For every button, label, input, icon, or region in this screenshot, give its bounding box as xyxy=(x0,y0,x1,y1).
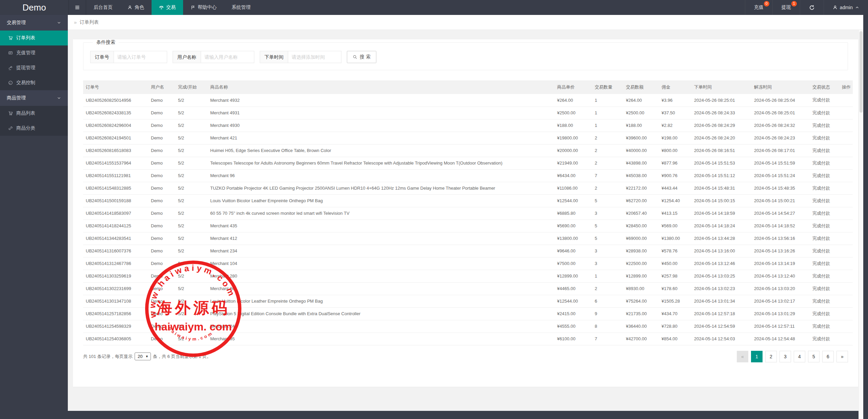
username-input[interactable] xyxy=(201,51,254,63)
pagination-page-2[interactable]: 2 xyxy=(765,351,777,362)
cell-product-name: Merchant 4931 xyxy=(208,107,554,119)
cell-commission: ¥1505.28 xyxy=(659,295,691,307)
gauge-icon xyxy=(8,80,13,85)
pagination-page-6[interactable]: 6 xyxy=(822,351,834,362)
search-button[interactable]: 搜 索 xyxy=(347,51,376,63)
cell-order-no: UB2405260824296004 xyxy=(83,119,148,132)
cell-amount: ¥28938.00 xyxy=(623,245,659,257)
cell-commission: ¥257.98 xyxy=(659,270,691,282)
cell-action xyxy=(839,182,853,194)
sidebar-item-order-list[interactable]: 订单列表 xyxy=(0,31,68,45)
cell-status: 完成付款 xyxy=(810,182,839,194)
cell-username: Demo xyxy=(148,207,175,220)
pagination: «123456» xyxy=(737,351,848,362)
user-name: admin xyxy=(840,5,853,10)
cell-username: Demo xyxy=(148,182,175,194)
recharge-button[interactable]: 充值 0 xyxy=(745,0,772,15)
cell-amount: ¥75264.00 xyxy=(623,295,659,307)
sidebar-item-trade-control[interactable]: 交易控制 xyxy=(0,75,68,90)
cell-product-name: Merchant 280 xyxy=(208,270,554,282)
nav-roles[interactable]: 角色 xyxy=(120,0,152,15)
scrollbar-thumb[interactable] xyxy=(860,31,863,113)
cell-product-name: Merchant 4930 xyxy=(208,119,554,132)
cell-status: 完成付款 xyxy=(810,245,839,257)
cell-ratio: 5/2 xyxy=(175,182,208,194)
records-summary-prefix: 共 101 条记录，每页显示 xyxy=(83,354,133,360)
cell-username: Demo xyxy=(148,132,175,144)
refresh-icon xyxy=(809,5,815,11)
cell-unfreeze-time: 2024-05-14 13:01:29 xyxy=(751,307,810,320)
pagination-next[interactable]: » xyxy=(836,351,848,362)
table-row: UB2405141548312885Demo5/2TUZKO Portable … xyxy=(83,182,853,194)
cell-status: 完成付款 xyxy=(810,194,839,207)
sidebar-item-product-category[interactable]: 商品分类 xyxy=(0,121,68,136)
cell-ratio: 5/2 xyxy=(175,282,208,295)
sidebar-item-withdraw-mgmt[interactable]: 提现管理 xyxy=(0,60,68,75)
nav-help-center[interactable]: 帮助中心 xyxy=(183,0,224,15)
pagination-page-1[interactable]: 1 xyxy=(751,351,763,362)
col-product-name: 商品名称 xyxy=(208,80,554,94)
pagination-prev[interactable]: « xyxy=(737,351,748,362)
cell-ratio: 5/2 xyxy=(175,194,208,207)
cell-amount: ¥21735.00 xyxy=(623,307,659,320)
pagination-page-3[interactable]: 3 xyxy=(780,351,791,362)
sidebar-section-products[interactable]: 商品管理 xyxy=(0,90,68,106)
pagination-page-4[interactable]: 4 xyxy=(794,351,805,362)
gavel-icon xyxy=(8,65,13,70)
app-logo: Demo xyxy=(0,0,68,15)
cell-unit-price: ¥21949.00 xyxy=(554,157,592,169)
cell-ratio: 5/2 xyxy=(175,144,208,157)
main-content: » 订单列表 条件搜索 订单号 用户名称 下单时间 xyxy=(68,15,863,411)
cell-unit-price: ¥19800.00 xyxy=(554,132,592,144)
cell-unfreeze-time: 2024-05-14 13:12:40 xyxy=(751,270,810,282)
search-panel: 条件搜索 订单号 用户名称 下单时间 搜 索 xyxy=(83,39,848,70)
cell-unfreeze-time: 2024-05-14 15:48:35 xyxy=(751,182,810,194)
cell-order-no: UB2405141254598329 xyxy=(83,320,148,332)
cell-commission: ¥728.80 xyxy=(659,320,691,332)
recharge-label: 充值 xyxy=(754,4,764,11)
cell-username: Demo xyxy=(148,320,175,332)
cell-qty: 1 xyxy=(592,270,623,282)
table-row: UB2405141303259619Demo5/2Merchant 280¥12… xyxy=(83,270,853,282)
cart-icon xyxy=(8,36,13,40)
cell-action xyxy=(839,207,853,220)
sidebar-item-recharge-mgmt[interactable]: 充值管理 xyxy=(0,45,68,60)
breadcrumb: » 订单列表 xyxy=(68,15,863,30)
cell-qty: 2 xyxy=(592,144,623,157)
sidebar-section-trade[interactable]: 交易管理 xyxy=(0,15,68,31)
nav-dashboard[interactable]: 后台首页 xyxy=(86,0,120,15)
scrollbar[interactable] xyxy=(859,30,863,419)
cell-order-time: 2024-05-14 15:48:31 xyxy=(691,182,751,194)
cell-amount: ¥22500.00 xyxy=(623,257,659,270)
col-action: 操作 xyxy=(839,80,853,94)
cell-order-no: UB2405141303259619 xyxy=(83,270,148,282)
withdraw-button[interactable]: 提现 1 xyxy=(772,0,800,15)
user-menu[interactable]: admin xyxy=(824,0,868,15)
cell-unit-price: ¥188.00 xyxy=(554,119,592,132)
page-size-select[interactable]: 20 xyxy=(135,353,151,360)
cell-amount: ¥12899.00 xyxy=(623,270,659,282)
cell-order-no: UB2405141254036805 xyxy=(83,332,148,345)
cell-commission: ¥578.76 xyxy=(659,245,691,257)
cell-action xyxy=(839,232,853,245)
cell-order-time: 2024-05-26 08:16:51 xyxy=(691,144,751,157)
sidebar-item-product-list[interactable]: 商品列表 xyxy=(0,106,68,121)
cell-product-name: Huimei H05, Edge Series Executive Office… xyxy=(208,144,554,157)
order-no-input[interactable] xyxy=(114,51,167,63)
cell-action xyxy=(839,320,853,332)
sidebar-toggle-button[interactable] xyxy=(68,0,86,15)
cell-ratio: 5/2 xyxy=(175,169,208,182)
cell-action xyxy=(839,119,853,132)
pagination-page-5[interactable]: 5 xyxy=(808,351,820,362)
cell-ratio: 5/2 xyxy=(175,257,208,270)
cell-qty: 2 xyxy=(592,282,623,295)
order-no-label: 订单号 xyxy=(90,51,114,63)
cell-order-no: UB2405141302231699 xyxy=(83,282,148,295)
nav-trade[interactable]: 交易 xyxy=(152,0,183,15)
cell-unit-price: ¥11086.00 xyxy=(554,182,592,194)
nav-system[interactable]: 系统管理 xyxy=(224,0,258,15)
order-time-input[interactable] xyxy=(288,51,341,63)
cell-order-time: 2024-05-26 08:24:33 xyxy=(691,107,751,119)
refresh-button[interactable] xyxy=(800,0,824,15)
cell-status: 完成付款 xyxy=(810,220,839,232)
